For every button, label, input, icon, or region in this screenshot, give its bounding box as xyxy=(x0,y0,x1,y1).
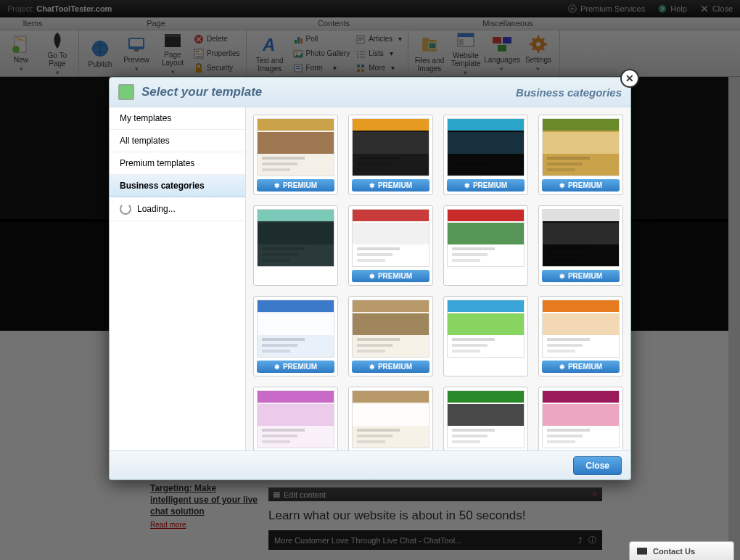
premium-badge: PREMIUM xyxy=(352,179,429,192)
template-thumbnail xyxy=(352,390,429,448)
premium-badge: PREMIUM xyxy=(352,270,429,282)
template-card[interactable] xyxy=(253,205,338,286)
template-card[interactable]: PREMIUM xyxy=(253,296,338,376)
modal-footer: Close xyxy=(110,450,630,479)
modal-close-button[interactable]: Close xyxy=(573,456,622,475)
template-thumbnail xyxy=(447,390,525,448)
template-card[interactable]: PREMIUM xyxy=(348,296,433,376)
template-thumbnail xyxy=(542,209,620,267)
template-thumbnail xyxy=(447,300,525,358)
premium-badge: PREMIUM xyxy=(257,361,334,373)
template-thumbnail xyxy=(542,118,620,176)
template-thumbnail xyxy=(447,209,525,267)
sidebar-item-business-categories[interactable]: Business categories xyxy=(110,175,245,197)
template-thumbnail xyxy=(257,300,334,358)
premium-badge: PREMIUM xyxy=(447,179,525,192)
template-card[interactable]: PREMIUM xyxy=(443,115,528,195)
template-grid-scroll[interactable]: PREMIUMPREMIUMPREMIUMPREMIUMPREMIUMPREMI… xyxy=(246,107,630,450)
envelope-icon xyxy=(637,548,647,555)
template-thumbnail xyxy=(257,209,334,267)
sidebar-item-all-templates[interactable]: All templates xyxy=(110,130,245,152)
contact-us-tab[interactable]: Contact Us xyxy=(629,541,734,560)
template-card[interactable]: PREMIUM xyxy=(253,115,338,195)
template-thumbnail xyxy=(352,209,429,267)
template-card[interactable] xyxy=(538,387,623,450)
premium-badge: PREMIUM xyxy=(352,361,429,373)
template-card[interactable]: PREMIUM xyxy=(348,115,433,195)
template-card[interactable]: PREMIUM xyxy=(538,115,623,195)
template-thumbnail xyxy=(447,118,525,176)
template-card[interactable]: PREMIUM xyxy=(348,205,433,286)
template-grid: PREMIUMPREMIUMPREMIUMPREMIUMPREMIUMPREMI… xyxy=(253,115,623,450)
premium-badge: PREMIUM xyxy=(542,361,620,373)
template-thumbnail xyxy=(257,390,334,448)
modal-category: Business categories xyxy=(516,86,622,99)
sidebar-item-premium-templates[interactable]: Premium templates xyxy=(110,152,245,175)
template-card[interactable] xyxy=(253,387,338,450)
premium-badge: PREMIUM xyxy=(257,179,334,192)
template-card[interactable]: PREMIUM xyxy=(538,296,623,376)
template-header-icon xyxy=(118,84,134,100)
template-thumbnail xyxy=(352,118,429,176)
premium-badge: PREMIUM xyxy=(542,270,620,282)
template-card[interactable] xyxy=(443,296,528,376)
premium-badge: PREMIUM xyxy=(542,179,620,192)
modal-close-x[interactable]: ✕ xyxy=(620,69,639,88)
modal-header: Select your template Business categories xyxy=(110,78,630,107)
template-thumbnail xyxy=(542,390,620,448)
template-card[interactable] xyxy=(443,387,528,450)
sidebar-item-my-templates[interactable]: My templates xyxy=(110,107,245,130)
template-card[interactable] xyxy=(443,205,528,286)
template-card[interactable] xyxy=(348,387,433,450)
template-thumbnail xyxy=(352,300,429,358)
template-modal: ✕ Select your template Business categori… xyxy=(109,77,631,480)
template-sidebar: My templates All templates Premium templ… xyxy=(110,107,246,450)
modal-title: Select your template xyxy=(141,85,509,99)
template-card[interactable]: PREMIUM xyxy=(538,205,623,286)
template-thumbnail xyxy=(542,300,620,358)
sidebar-loading: Loading... xyxy=(110,197,245,221)
template-thumbnail xyxy=(257,118,334,176)
